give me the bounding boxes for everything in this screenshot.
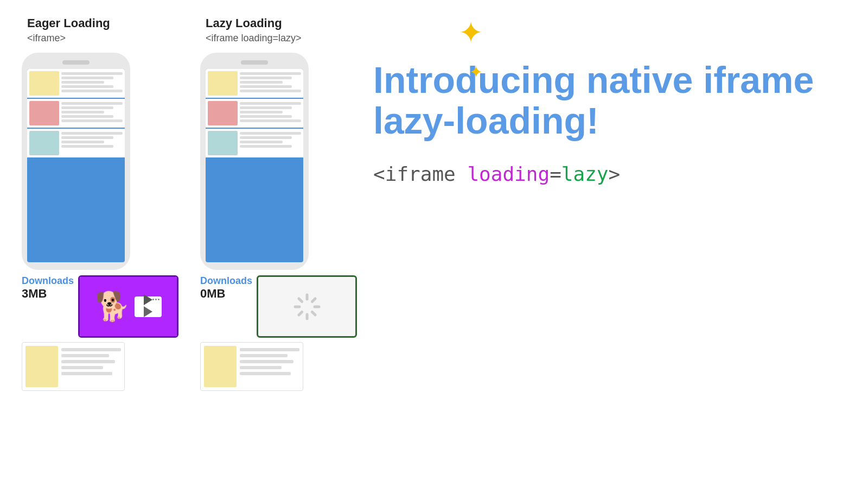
video-dots xyxy=(152,299,159,300)
lazy-card-1-lines xyxy=(240,71,301,92)
main-container: ✦✦ Eager Loading <iframe> xyxy=(0,0,868,499)
svg-line-5 xyxy=(312,312,315,315)
eager-loading-section: Eager Loading <iframe> xyxy=(22,16,178,391)
play-button-icon xyxy=(144,306,152,317)
lazy-downloads-label: Downloads xyxy=(200,275,252,287)
eager-below-image xyxy=(25,346,58,387)
eager-downloads-info: Downloads 3MB xyxy=(22,275,74,301)
eager-downloads-label: Downloads xyxy=(22,275,74,287)
lazy-section-header: Lazy Loading <iframe loading=lazy> xyxy=(200,16,302,53)
eager-title: Eager Loading xyxy=(27,16,110,30)
lazy-card-3-image xyxy=(208,131,238,155)
svg-line-7 xyxy=(312,298,315,301)
lazy-downloads-info: Downloads 0MB xyxy=(200,275,252,301)
code-loading-attr: loading xyxy=(467,163,550,185)
lazy-loading-section: Lazy Loading <iframe loading=lazy> xyxy=(200,16,357,391)
eager-section-header: Eager Loading <iframe> xyxy=(22,16,110,53)
eager-below-lines xyxy=(61,346,121,387)
code-iframe-tag: <iframe xyxy=(373,163,467,185)
lazy-content-box xyxy=(257,275,357,338)
intro-title: Introducing native iframe lazy-loading! xyxy=(373,60,846,141)
video-player-icon xyxy=(135,296,162,317)
lazy-below-fold-card xyxy=(200,342,303,391)
eager-card-2-image xyxy=(29,101,59,125)
eager-below-fold-card xyxy=(22,342,125,391)
code-lazy-value: lazy xyxy=(561,163,609,185)
lazy-bottom-area: Downloads 0MB xyxy=(200,275,357,338)
eager-subtitle: <iframe> xyxy=(27,33,110,44)
eager-downloads-size: 3MB xyxy=(22,287,47,301)
lazy-card-2-image xyxy=(208,101,238,125)
phone-notch xyxy=(62,60,90,65)
lazy-card-1 xyxy=(206,69,303,98)
svg-line-6 xyxy=(298,312,302,315)
code-example: <iframe loading = lazy > xyxy=(373,163,846,185)
lazy-phone-screen xyxy=(206,69,303,262)
svg-line-4 xyxy=(298,298,302,301)
eager-phone-screen xyxy=(27,69,125,262)
code-closing-tag: > xyxy=(609,163,621,185)
eager-bottom-area: Downloads 3MB 🐕 xyxy=(22,275,178,338)
lazy-below-lines xyxy=(240,346,299,387)
lazy-iframe-preview xyxy=(258,277,355,336)
eager-card-1 xyxy=(27,69,125,98)
lazy-card-2-lines xyxy=(240,101,301,122)
lazy-phone-mockup xyxy=(200,53,309,270)
eager-content-box: 🐕 xyxy=(78,275,178,338)
dog-icon: 🐕 xyxy=(95,290,130,323)
lazy-card-2 xyxy=(206,99,303,128)
lazy-below-image xyxy=(204,346,237,387)
lazy-subtitle: <iframe loading=lazy> xyxy=(206,33,302,44)
eager-card-3 xyxy=(27,129,125,157)
eager-card-3-lines xyxy=(61,131,123,148)
eager-phone-mockup xyxy=(22,53,130,270)
lazy-title: Lazy Loading xyxy=(206,16,302,30)
eager-card-3-image xyxy=(29,131,59,155)
eager-iframe-preview: 🐕 xyxy=(80,277,177,336)
eager-card-1-image xyxy=(29,71,59,96)
loading-spinner-icon xyxy=(291,290,323,323)
lazy-downloads-size: 0MB xyxy=(200,287,225,301)
code-equals: = xyxy=(550,163,561,185)
lazy-card-3-lines xyxy=(240,131,301,148)
intro-section: Introducing native iframe lazy-loading! … xyxy=(357,16,846,185)
lazy-card-1-image xyxy=(208,71,238,96)
eager-card-1-lines xyxy=(61,71,123,92)
eager-card-2 xyxy=(27,99,125,128)
sparkle-icon: ✦✦ xyxy=(458,16,483,84)
lazy-phone-notch xyxy=(241,60,268,65)
eager-card-2-lines xyxy=(61,101,123,122)
lazy-card-3 xyxy=(206,129,303,157)
sparkle-decoration: ✦✦ xyxy=(458,15,483,85)
